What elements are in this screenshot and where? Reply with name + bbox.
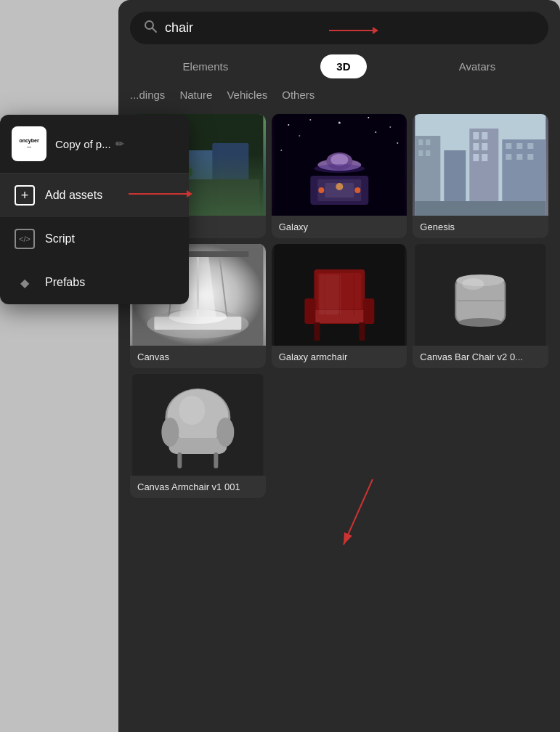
svg-rect-14	[187, 150, 216, 201]
svg-rect-98	[177, 452, 182, 468]
sidebar-header: oncyber··· Copy of p... ✏	[0, 115, 189, 174]
svg-point-27	[375, 131, 376, 133]
add-assets-menu-item[interactable]: + Add assets	[0, 174, 189, 217]
svg-line-1	[153, 28, 156, 32]
svg-point-25	[389, 126, 391, 128]
category-vehicles[interactable]: Vehicles	[227, 89, 267, 104]
svg-rect-53	[482, 154, 488, 161]
svg-rect-49	[482, 132, 488, 139]
svg-rect-84	[319, 274, 341, 314]
svg-point-26	[299, 135, 300, 137]
svg-rect-51	[482, 143, 488, 150]
grid-item-galaxy-armchair[interactable]: Galaxy armchair	[272, 244, 407, 368]
main-panel: chair Elements 3D Avatars ...dings Natur…	[118, 0, 560, 732]
tab-avatars[interactable]: Avatars	[443, 54, 512, 78]
svg-point-38	[354, 187, 360, 193]
thumb-canvas-armchair	[130, 374, 266, 476]
add-assets-label: Add assets	[45, 189, 102, 202]
svg-point-32	[330, 154, 348, 166]
label-genesis: Genesis	[413, 216, 548, 238]
project-name-text: Copy of p...	[55, 138, 111, 150]
category-row: ...dings Nature Vehicles Others	[118, 89, 560, 114]
grid-item-canvas-bar-chair[interactable]: Canvas Bar Chair v2 0...	[413, 244, 548, 368]
script-label: Script	[45, 232, 75, 245]
svg-rect-61	[415, 201, 546, 216]
svg-point-29	[280, 150, 282, 151]
svg-rect-45	[426, 150, 431, 156]
search-bar: chair	[130, 12, 548, 44]
svg-rect-15	[212, 143, 248, 201]
svg-rect-44	[419, 150, 423, 156]
prefabs-menu-item[interactable]: ◆ Prefabs	[0, 261, 189, 304]
tab-elements[interactable]: Elements	[167, 54, 245, 78]
grid-item-canvas-armchair[interactable]: Canvas Armchair v1 001	[130, 374, 266, 498]
tabs-row: Elements 3D Avatars	[118, 44, 560, 89]
category-nature[interactable]: Nature	[179, 89, 212, 104]
svg-point-71	[169, 309, 227, 324]
svg-point-23	[338, 122, 340, 124]
thumb-galaxy	[272, 114, 407, 216]
svg-rect-55	[506, 143, 512, 149]
svg-rect-78	[363, 298, 374, 324]
svg-point-96	[161, 418, 179, 447]
search-icon	[143, 19, 158, 37]
svg-rect-58	[506, 154, 512, 160]
svg-rect-42	[419, 139, 423, 145]
svg-rect-56	[517, 143, 523, 149]
svg-point-97	[216, 418, 234, 447]
add-assets-icon: +	[15, 185, 35, 206]
svg-rect-59	[517, 154, 523, 160]
svg-rect-50	[474, 143, 479, 150]
svg-point-100	[179, 396, 205, 425]
label-galaxy-armchair: Galaxy armchair	[272, 346, 407, 368]
svg-rect-79	[314, 322, 320, 341]
prefabs-label: Prefabs	[45, 276, 85, 289]
svg-point-28	[397, 142, 398, 144]
label-canvas-bar-chair: Canvas Bar Chair v2 0...	[413, 346, 548, 368]
sidebar-logo: oncyber···	[12, 126, 46, 161]
script-menu-item[interactable]: </> Script	[0, 217, 189, 261]
script-icon: </>	[15, 229, 35, 249]
thumb-galaxy-armchair	[272, 244, 407, 346]
label-galaxy: Galaxy	[272, 216, 407, 238]
svg-rect-52	[474, 154, 479, 161]
grid-item-galaxy[interactable]: Galaxy	[272, 114, 407, 238]
svg-point-39	[336, 183, 343, 190]
svg-rect-43	[426, 139, 431, 145]
svg-point-22	[309, 119, 311, 121]
thumb-canvas-bar-chair	[413, 244, 548, 346]
category-others[interactable]: Others	[282, 89, 315, 104]
label-canvas: Canvas	[130, 346, 266, 368]
svg-point-33	[314, 164, 365, 173]
svg-rect-95	[169, 438, 227, 454]
svg-rect-48	[474, 132, 479, 139]
svg-rect-57	[528, 143, 534, 149]
svg-rect-80	[359, 322, 365, 341]
category-buildings[interactable]: ...dings	[130, 89, 165, 104]
svg-rect-77	[304, 298, 315, 324]
svg-point-21	[288, 124, 289, 126]
svg-point-90	[463, 278, 484, 290]
tab-3d[interactable]: 3D	[320, 54, 366, 78]
svg-point-89	[459, 318, 503, 327]
svg-rect-99	[214, 452, 218, 468]
search-value[interactable]: chair	[165, 20, 535, 36]
label-canvas-armchair: Canvas Armchair v1 001	[130, 476, 266, 498]
prefabs-icon: ◆	[15, 272, 35, 293]
svg-rect-60	[528, 154, 534, 160]
thumb-genesis	[413, 114, 548, 216]
project-name-display[interactable]: Copy of p... ✏	[55, 138, 124, 150]
grid-item-genesis[interactable]: Genesis	[413, 114, 548, 238]
sidebar-dropdown: oncyber··· Copy of p... ✏ + Add assets <…	[0, 115, 189, 304]
svg-point-37	[318, 187, 324, 193]
edit-project-icon[interactable]: ✏	[115, 138, 124, 150]
svg-point-24	[368, 117, 369, 118]
